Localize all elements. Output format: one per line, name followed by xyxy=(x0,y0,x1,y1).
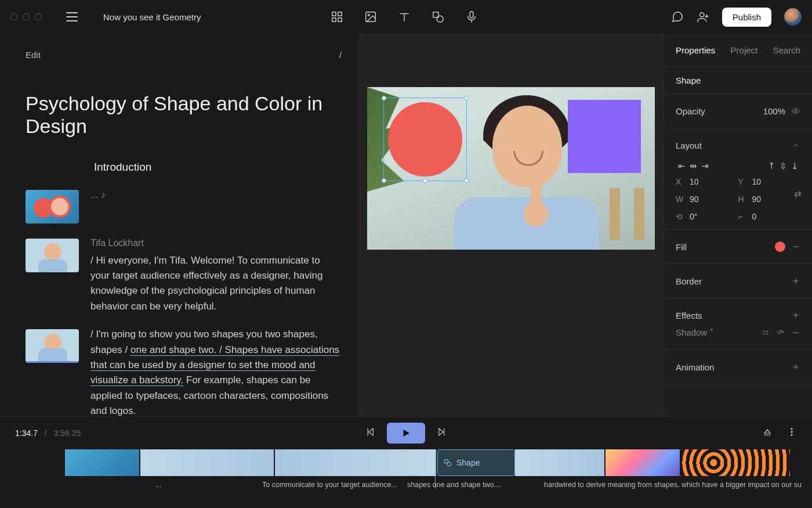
current-time: 1:34.7 xyxy=(15,428,38,438)
tab-project[interactable]: Project xyxy=(731,45,758,55)
timeline-track[interactable]: Shape ... To communicate to your target … xyxy=(0,449,812,508)
clip-thumbnail[interactable] xyxy=(26,190,79,224)
video-canvas[interactable] xyxy=(367,87,655,250)
timeline-clip[interactable] xyxy=(140,449,275,476)
timeline-clip[interactable] xyxy=(275,449,437,476)
effect-visibility-icon[interactable] xyxy=(776,328,785,337)
transcript-text[interactable]: / Hi everyone, I'm Tifa. Welcome! To com… xyxy=(90,255,322,312)
caption-text: To communicate to your target audience..… xyxy=(262,481,401,489)
animation-label: Animation xyxy=(676,362,715,372)
add-animation-icon[interactable] xyxy=(791,362,800,372)
traffic-max-icon[interactable] xyxy=(35,13,42,20)
slash-command-hint[interactable]: / xyxy=(339,50,342,60)
svg-rect-3 xyxy=(338,18,341,21)
svg-point-9 xyxy=(699,13,704,17)
svg-point-15 xyxy=(447,462,451,466)
props-tabs: Properties Project Search xyxy=(664,34,812,67)
toolbar-right: Publish xyxy=(671,8,802,27)
fill-label: Fill xyxy=(676,242,687,252)
section-shape: Shape xyxy=(664,67,812,94)
timeline-clip[interactable] xyxy=(681,449,791,476)
w-value[interactable]: 90 xyxy=(690,194,699,204)
x-value[interactable]: 10 xyxy=(690,177,699,186)
align-right-icon[interactable]: ⇥ xyxy=(699,161,710,171)
playback-time: 1:34.7 / 3:59.25 xyxy=(15,428,81,438)
link-dimensions-icon[interactable]: ⇄ xyxy=(794,189,802,199)
script-block: / I'm going to show you two shapes you t… xyxy=(26,327,342,416)
add-border-icon[interactable] xyxy=(791,276,800,286)
hamburger-menu-icon[interactable] xyxy=(66,12,78,21)
opacity-label: Opacity xyxy=(676,106,705,116)
traffic-close-icon[interactable] xyxy=(10,13,17,20)
video-preview-panel xyxy=(358,34,664,416)
window-traffic-lights xyxy=(10,13,42,20)
skip-forward-icon[interactable] xyxy=(437,427,447,439)
script-block: Tifa Lockhart / Hi everyone, I'm Tifa. W… xyxy=(26,236,342,314)
svg-point-7 xyxy=(437,16,443,22)
script-editor: Edit / Psychology of Shape and Color in … xyxy=(0,34,358,416)
speaker-label: Tifa Lockhart xyxy=(90,236,342,251)
edit-mode-label[interactable]: Edit xyxy=(26,50,41,60)
layout-label: Layout xyxy=(676,140,702,150)
transcript-text[interactable]: / I'm going to show you two shapes you t… xyxy=(90,327,342,416)
chevron-up-icon[interactable] xyxy=(791,140,800,150)
toolbar-tools xyxy=(331,10,478,23)
align-vcenter-icon[interactable]: ⇳ xyxy=(777,161,789,171)
document-title[interactable]: Psychology of Shape and Color in Design xyxy=(26,92,342,138)
shapes-icon[interactable] xyxy=(432,10,444,23)
align-bottom-icon[interactable]: ⤓ xyxy=(789,161,800,171)
timeline-shape-clip[interactable]: Shape xyxy=(437,449,515,476)
h-value[interactable]: 90 xyxy=(752,194,762,204)
radius-value[interactable]: 0 xyxy=(752,212,757,221)
svg-rect-2 xyxy=(332,18,335,21)
tab-properties[interactable]: Properties xyxy=(676,45,715,55)
rotation-value[interactable]: 0° xyxy=(690,212,697,221)
main-area: Edit / Psychology of Shape and Color in … xyxy=(0,34,812,416)
align-hcenter-icon[interactable]: ⇹ xyxy=(687,161,699,171)
microphone-icon[interactable] xyxy=(465,10,478,23)
timeline-clip[interactable] xyxy=(606,449,681,476)
clip-thumbnail[interactable] xyxy=(26,239,79,272)
more-options-icon[interactable] xyxy=(786,427,797,439)
add-user-icon[interactable] xyxy=(697,10,709,23)
caption-text: ... xyxy=(155,481,161,489)
opacity-value[interactable]: 100% xyxy=(763,106,785,116)
svg-rect-0 xyxy=(332,12,335,16)
timeline-clip[interactable] xyxy=(65,449,140,476)
align-left-icon[interactable]: ⇤ xyxy=(676,161,687,171)
border-label: Border xyxy=(676,276,702,286)
svg-point-12 xyxy=(791,431,792,433)
svg-point-11 xyxy=(791,428,792,430)
user-avatar[interactable] xyxy=(784,8,802,26)
text-icon[interactable] xyxy=(398,10,411,23)
selection-bounding-box[interactable] xyxy=(383,98,467,181)
templates-grid-icon[interactable] xyxy=(331,10,343,23)
remove-effect-icon[interactable] xyxy=(791,328,800,337)
traffic-min-icon[interactable] xyxy=(23,13,30,20)
image-icon[interactable] xyxy=(364,10,377,23)
project-title[interactable]: Now you see it Geometry xyxy=(103,12,201,22)
add-effect-icon[interactable] xyxy=(791,311,800,320)
svg-point-13 xyxy=(791,434,792,435)
effect-settings-icon[interactable] xyxy=(761,328,770,337)
play-button[interactable] xyxy=(387,423,425,444)
shape-square-overlay[interactable] xyxy=(568,100,641,173)
eject-icon[interactable] xyxy=(762,427,773,439)
tab-search[interactable]: Search xyxy=(773,45,800,55)
clip-thumbnail[interactable] xyxy=(26,329,79,363)
script-block: ... ♪ xyxy=(26,188,342,224)
y-value[interactable]: 10 xyxy=(752,177,762,186)
comment-icon[interactable] xyxy=(671,10,684,23)
visibility-eye-icon[interactable] xyxy=(791,106,800,116)
skip-back-icon[interactable] xyxy=(365,427,375,439)
total-duration: 3:59.25 xyxy=(54,428,81,438)
script-note[interactable]: ... ♪ xyxy=(90,190,106,200)
align-top-icon[interactable]: ⤒ xyxy=(766,161,777,171)
timeline-clip[interactable] xyxy=(515,449,606,476)
section-heading[interactable]: Introduction xyxy=(94,161,342,174)
remove-fill-icon[interactable] xyxy=(791,242,800,251)
publish-button[interactable]: Publish xyxy=(722,8,771,27)
fill-color-swatch[interactable] xyxy=(775,242,785,252)
svg-point-5 xyxy=(368,14,369,16)
shadow-effect-label[interactable]: Shadow ˅ xyxy=(676,327,714,338)
